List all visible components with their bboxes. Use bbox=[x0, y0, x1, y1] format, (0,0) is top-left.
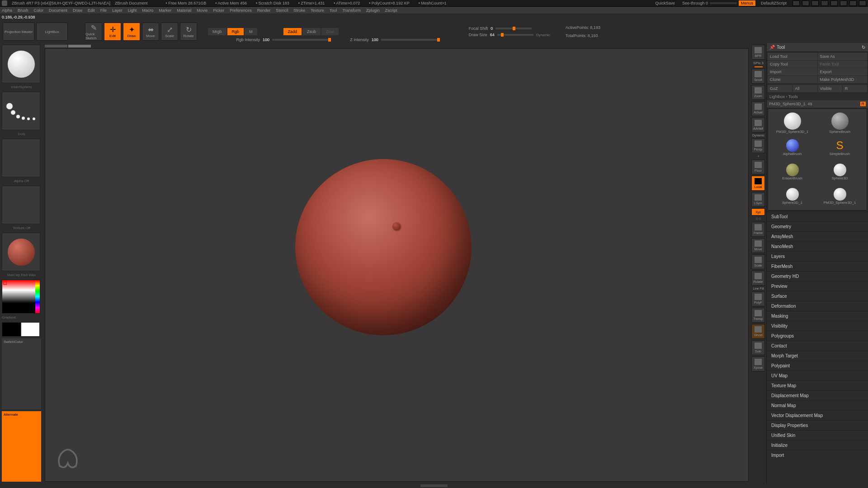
bpr-button[interactable]: BPR bbox=[751, 45, 765, 60]
section-surface[interactable]: Surface bbox=[767, 291, 868, 301]
viewport-canvas[interactable] bbox=[45, 48, 749, 482]
lightbox-button[interactable]: LightBox bbox=[36, 23, 68, 41]
menu-macro[interactable]: Macro bbox=[142, 8, 153, 13]
sphere-mesh[interactable] bbox=[295, 159, 472, 335]
clone-button[interactable]: Clone bbox=[768, 76, 817, 83]
section-subtool[interactable]: SubTool bbox=[767, 211, 868, 221]
menu-movie[interactable]: Movie bbox=[197, 8, 208, 13]
gradient-label[interactable]: Gradient bbox=[2, 315, 41, 319]
default-script[interactable]: DefaultZScript bbox=[761, 1, 787, 5]
section-layers[interactable]: Layers bbox=[767, 251, 868, 261]
linefill-label[interactable]: Line Fill bbox=[751, 287, 765, 290]
dynamic-label[interactable]: Dynamic bbox=[751, 134, 765, 137]
edit-button[interactable]: ✛Edit bbox=[104, 23, 121, 41]
section-unified-skin[interactable]: Unified Skin bbox=[767, 430, 868, 440]
transp-button[interactable]: Transp bbox=[751, 308, 765, 323]
copy-tool-button[interactable]: Copy Tool bbox=[768, 61, 817, 68]
win-button-2[interactable] bbox=[802, 0, 809, 6]
goz-r-button[interactable]: R bbox=[843, 85, 867, 92]
seethrough-slider[interactable] bbox=[710, 2, 737, 4]
win-button-1[interactable] bbox=[793, 0, 800, 6]
section-masking[interactable]: Masking bbox=[767, 311, 868, 321]
tool-thumb-sphere3d[interactable]: Sphere3D bbox=[818, 160, 861, 183]
section-deformation[interactable]: Deformation bbox=[767, 301, 868, 311]
projection-master-button[interactable]: Projection Master bbox=[3, 23, 34, 41]
quick-sketch-button[interactable]: ✎Quick Sketch bbox=[85, 23, 102, 41]
shelf-rotate-button[interactable]: Rotate bbox=[751, 271, 765, 286]
menu-edit[interactable]: Edit bbox=[88, 8, 95, 13]
goz-button[interactable]: GoZ bbox=[768, 85, 792, 92]
tool-thumb-sphere3d1[interactable]: Sphere3D_1 bbox=[771, 185, 814, 207]
section-uv-map[interactable]: UV Map bbox=[767, 371, 868, 380]
zsub-button[interactable]: Zsub bbox=[302, 28, 321, 35]
focal-shift-slider[interactable] bbox=[495, 28, 532, 29]
scroll-button[interactable]: Scroll bbox=[751, 69, 765, 84]
minimize-button[interactable] bbox=[840, 0, 847, 6]
section-geometry[interactable]: Geometry bbox=[767, 221, 868, 231]
section-texture-map[interactable]: Texture Map bbox=[767, 380, 868, 390]
menu-color[interactable]: Color bbox=[34, 8, 44, 13]
load-tool-button[interactable]: Load Tool bbox=[768, 53, 817, 60]
import-button[interactable]: Import bbox=[768, 68, 817, 75]
secondary-color-swatch[interactable] bbox=[2, 322, 21, 337]
spix-label[interactable]: SPix 3 bbox=[751, 61, 765, 65]
tool-thumb-alphabrush[interactable]: AlphaBrush bbox=[771, 136, 814, 159]
paste-tool-button[interactable]: Paste Tool bbox=[818, 61, 868, 68]
z-intensity-slider[interactable] bbox=[381, 39, 440, 41]
close-button[interactable] bbox=[859, 0, 866, 6]
spix-slider[interactable] bbox=[755, 66, 763, 67]
stroke-thumbnail[interactable] bbox=[2, 92, 40, 130]
xpose-button[interactable]: Xpose bbox=[751, 357, 765, 371]
rgb-button[interactable]: Rgb bbox=[227, 28, 244, 35]
aahalf-button[interactable]: AAHalf bbox=[751, 117, 765, 132]
section-fibermesh[interactable]: FiberMesh bbox=[767, 261, 868, 271]
frame-button[interactable]: Frame bbox=[751, 222, 765, 237]
ghost-button[interactable]: Ghost bbox=[751, 324, 765, 339]
section-nanomesh[interactable]: NanoMesh bbox=[767, 241, 868, 251]
refresh-icon[interactable]: ↻ bbox=[862, 45, 865, 50]
section-visibility[interactable]: Visibility bbox=[767, 321, 868, 331]
switch-color-button[interactable]: SwitchColor bbox=[2, 338, 41, 409]
win-button-4[interactable] bbox=[821, 0, 828, 6]
menu-layer[interactable]: Layer bbox=[112, 8, 123, 13]
menu-alpha[interactable]: Alpha bbox=[2, 8, 12, 13]
draw-size-slider[interactable] bbox=[497, 34, 533, 36]
section-arraymesh[interactable]: ArrayMesh bbox=[767, 231, 868, 241]
menu-tool[interactable]: Tool bbox=[330, 8, 337, 13]
move-button[interactable]: ⬌Move bbox=[142, 23, 159, 41]
shelf-scale-button[interactable]: Scale bbox=[751, 254, 765, 269]
alternate-button[interactable]: Alternate bbox=[2, 411, 41, 482]
tool-thumb-pm3d[interactable]: PM3D_Sphere3D_1 bbox=[771, 112, 814, 134]
menu-material[interactable]: Material bbox=[177, 8, 191, 13]
section-polygroups[interactable]: Polygroups bbox=[767, 331, 868, 341]
menu-stroke[interactable]: Stroke bbox=[293, 8, 305, 13]
tool-thumb-eraserbrush[interactable]: EraserBrush bbox=[771, 160, 814, 183]
tool-thumb-spherebrush[interactable]: SphereBrush bbox=[818, 112, 861, 134]
material-thumbnail[interactable] bbox=[2, 233, 40, 271]
local-button[interactable]: Local bbox=[751, 176, 765, 191]
lightbox-tools-label[interactable]: Lightbox › Tools bbox=[767, 93, 868, 100]
menu-texture[interactable]: Texture bbox=[311, 8, 324, 13]
floor-button[interactable]: Floor bbox=[751, 160, 765, 174]
section-polypaint[interactable]: Polypaint bbox=[767, 361, 868, 371]
persp-button[interactable]: Persp bbox=[751, 138, 765, 153]
zcut-button[interactable]: Zcut bbox=[321, 28, 339, 35]
current-tool-name[interactable]: PM3D_Sphere3D_1. 49R bbox=[767, 100, 868, 108]
rgb-intensity-slider[interactable] bbox=[272, 39, 331, 41]
section-display-properties[interactable]: Display Properties bbox=[767, 420, 868, 430]
hue-bar[interactable] bbox=[35, 280, 40, 313]
menus-button[interactable]: Menus bbox=[739, 0, 755, 6]
section-import[interactable]: Import bbox=[767, 450, 868, 460]
menu-file[interactable]: File bbox=[100, 8, 107, 13]
menu-brush[interactable]: Brush bbox=[18, 8, 28, 13]
goz-visible-button[interactable]: Visible bbox=[818, 85, 842, 92]
menu-draw[interactable]: Draw bbox=[73, 8, 82, 13]
menu-picker[interactable]: Picker bbox=[213, 8, 224, 13]
actual-button[interactable]: Actual bbox=[751, 101, 765, 116]
win-button-3[interactable] bbox=[811, 0, 819, 6]
menu-document[interactable]: Document bbox=[49, 8, 67, 13]
texture-thumbnail[interactable] bbox=[2, 186, 40, 224]
zoom-button[interactable]: Zoom bbox=[751, 85, 765, 100]
canvas-doc-strip[interactable] bbox=[45, 45, 749, 48]
polyf-button[interactable]: PolyF bbox=[751, 291, 765, 306]
